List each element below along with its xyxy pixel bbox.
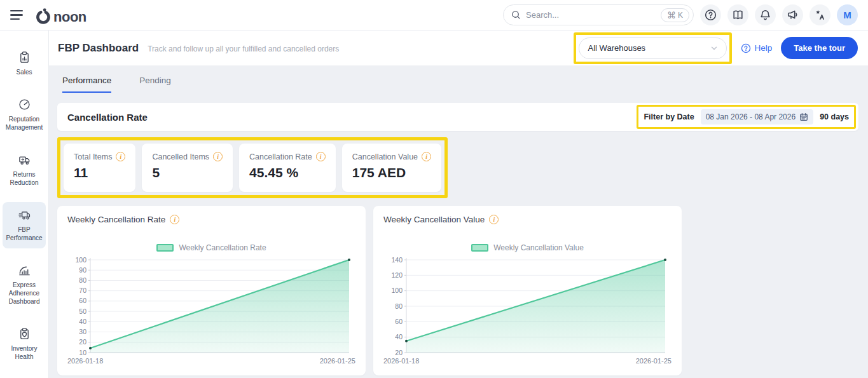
filter-by-date-label: Filter by Date — [644, 112, 694, 121]
cancellation-rate-section-header: Cancellation Rate Filter by Date 08 Jan … — [57, 103, 858, 131]
svg-text:90: 90 — [79, 266, 86, 274]
warehouse-selector[interactable]: All Warehouses — [579, 37, 727, 59]
sidebar-item-returns-reduction[interactable]: Returns Reduction — [3, 147, 46, 193]
svg-text:50: 50 — [79, 307, 86, 315]
info-icon[interactable]: i — [316, 152, 326, 161]
notifications-button[interactable] — [755, 4, 776, 25]
stat-value: 175 AED — [352, 165, 431, 180]
sidebar-item-label: Express Adherence Dashboard — [4, 281, 45, 306]
warehouse-selector-value: All Warehouses — [588, 43, 646, 53]
info-icon[interactable]: i — [422, 152, 431, 161]
open-book-icon — [732, 9, 744, 21]
sidebar-item-fbp-performance[interactable]: FBP Performance — [3, 202, 46, 248]
search-input[interactable] — [526, 10, 656, 20]
language-button[interactable] — [809, 4, 830, 25]
hamburger-menu-icon[interactable] — [10, 10, 23, 20]
date-filter-highlight: Filter by Date 08 Jan 2026 - 08 Apr 2026… — [637, 105, 856, 129]
sidebar-item-sales[interactable]: Sales — [3, 44, 46, 83]
legend-label: Weekly Cancellation Value — [493, 243, 584, 252]
weekly-cancellation-value-chart: 204060801001201402026-01-182026-01-25 — [383, 255, 672, 367]
svg-text:70: 70 — [79, 287, 86, 294]
sidebar-item-label: FBP Performance — [4, 226, 45, 242]
sidebar-item-express-adherence-dashboard[interactable]: Express Adherence Dashboard — [3, 257, 46, 312]
info-icon[interactable]: i — [170, 215, 179, 224]
gauge-icon — [18, 98, 31, 111]
take-the-tour-button[interactable]: Take the tour — [781, 37, 858, 59]
chart-title: Weekly Cancellation Value — [383, 215, 485, 224]
svg-text:2026-01-25: 2026-01-25 — [320, 357, 355, 365]
svg-text:60: 60 — [395, 318, 403, 325]
svg-text:20: 20 — [395, 349, 403, 356]
svg-text:80: 80 — [395, 302, 403, 310]
histogram-curve-icon — [18, 264, 31, 277]
legend-swatch — [156, 244, 174, 252]
noon-logo-swirl-icon — [34, 6, 52, 24]
help-button[interactable] — [700, 4, 721, 25]
info-icon[interactable]: i — [489, 215, 499, 224]
question-circle-icon — [741, 43, 751, 53]
avatar-initial: M — [843, 10, 851, 20]
chart-legend[interactable]: Weekly Cancellation Value — [383, 243, 672, 252]
stat-label: Cancellation Value — [352, 152, 418, 161]
chevron-down-icon — [710, 44, 719, 53]
sales-clipboard-icon — [18, 51, 31, 64]
top-bar: noon ⌘ K — [0, 0, 868, 30]
warehouse-selector-highlight: All Warehouses — [574, 32, 732, 64]
search-bar[interactable]: ⌘ K — [503, 4, 694, 25]
svg-text:140: 140 — [391, 256, 403, 264]
tab-bar: Performance Pending — [57, 76, 858, 93]
svg-text:2026-01-18: 2026-01-18 — [67, 357, 103, 365]
stat-card-total-items: Total Items i 11 — [64, 144, 135, 192]
svg-text:20: 20 — [79, 338, 86, 346]
svg-text:30: 30 — [79, 328, 86, 335]
megaphone-icon — [787, 9, 799, 21]
announcements-button[interactable] — [782, 4, 803, 25]
svg-text:40: 40 — [395, 333, 403, 341]
noon-logo[interactable]: noon — [34, 6, 86, 24]
date-range-value: 08 Jan 2026 - 08 Apr 2026 — [706, 112, 796, 121]
section-title: Cancellation Rate — [67, 112, 148, 123]
stat-value: 11 — [74, 165, 125, 180]
stat-card-cancellation-value: Cancellation Value i 175 AED — [342, 144, 441, 192]
sidebar-item-label: Sales — [16, 68, 32, 76]
svg-text:2026-01-18: 2026-01-18 — [383, 357, 419, 365]
weekly-cancellation-rate-chart: 1020304050607080901002026-01-182026-01-2… — [67, 255, 355, 367]
tab-pending[interactable]: Pending — [139, 76, 171, 93]
brand-name: noon — [53, 10, 86, 24]
return-truck-icon — [18, 153, 31, 166]
sidebar-item-reputation-management[interactable]: Reputation Management — [3, 91, 46, 138]
stat-cards-highlight: Total Items i 11 Cancelled Items i 5 Can… — [57, 137, 448, 198]
sidebar-nav: Sales Reputation Management Returns Redu… — [0, 30, 49, 378]
info-icon[interactable]: i — [213, 152, 223, 161]
stat-label: Total Items — [74, 152, 112, 161]
tab-performance[interactable]: Performance — [62, 76, 111, 93]
stat-label: Cancelled Items — [152, 152, 209, 161]
legend-label: Weekly Cancellation Rate — [179, 243, 266, 252]
chart-legend[interactable]: Weekly Cancellation Rate — [67, 243, 355, 252]
info-icon[interactable]: i — [116, 152, 125, 161]
translate-icon — [814, 9, 826, 21]
user-avatar[interactable]: M — [837, 4, 858, 25]
bell-icon — [759, 9, 771, 21]
sidebar-item-label: Reputation Management — [4, 115, 45, 132]
stat-label: Cancellation Rate — [249, 152, 312, 161]
sidebar-item-label: Inventory Health — [4, 344, 45, 361]
docs-button[interactable] — [727, 4, 748, 25]
stat-value: 45.45 % — [249, 165, 326, 180]
question-circle-icon — [705, 9, 717, 21]
svg-text:40: 40 — [79, 318, 86, 325]
chart-title: Weekly Cancellation Rate — [67, 215, 165, 224]
page-title: FBP Dashboard — [58, 42, 139, 55]
help-link[interactable]: Help — [741, 43, 773, 53]
stat-card-cancellation-rate: Cancellation Rate i 45.45 % — [239, 144, 336, 192]
weekly-cancellation-rate-card: Weekly Cancellation Rate i Weekly Cancel… — [57, 206, 366, 375]
date-range-picker[interactable]: 08 Jan 2026 - 08 Apr 2026 — [701, 109, 813, 125]
svg-text:120: 120 — [391, 271, 403, 279]
svg-text:2026-01-25: 2026-01-25 — [636, 357, 672, 365]
shortcut-key-label: K — [678, 11, 683, 20]
page-header: FBP Dashboard Track and follow up all yo… — [49, 30, 868, 65]
charts-row: Weekly Cancellation Rate i Weekly Cancel… — [57, 206, 858, 375]
svg-text:10: 10 — [79, 349, 86, 356]
duration-label: 90 days — [820, 112, 849, 121]
sidebar-item-inventory-health[interactable]: Inventory Health — [3, 321, 46, 367]
